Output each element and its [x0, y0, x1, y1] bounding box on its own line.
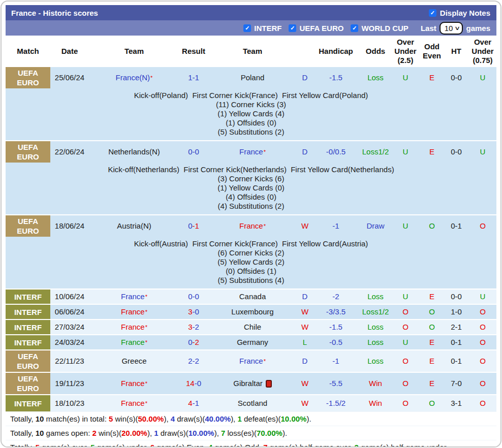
half-time-score: 7-0	[445, 373, 468, 394]
match-row: INTERF 10/06/24 France* 0-0 Canada D -2 …	[6, 290, 496, 304]
filter-interf[interactable]: ✓INTERF	[243, 24, 281, 33]
followed-team-star: *	[145, 381, 147, 386]
home-team: Netherlands(N)	[89, 141, 179, 163]
away-team: Luxembourg	[208, 305, 297, 319]
half-time-score: 0-1	[445, 215, 468, 237]
match-block: UEFA EURO 19/11/23 France* 14-0 Gibralta…	[6, 372, 496, 394]
match-result: 4-1	[179, 395, 208, 411]
checkbox-icon[interactable]: ✓	[289, 24, 296, 32]
odds-result: Loss	[359, 350, 392, 372]
away-team: France*	[208, 141, 297, 163]
odd-even: E	[419, 67, 445, 88]
match-row: INTERF 27/03/24 France* 3-2 Chile W -1.5…	[6, 320, 496, 334]
filter-checkboxes: ✓INTERF✓UEFA EURO✓WORLD CUP	[243, 24, 409, 33]
handicap-result: W	[297, 320, 312, 334]
over-under-25: U	[392, 290, 419, 304]
note-stat-line: (5) Substitutions (2)	[6, 127, 496, 137]
league-badge: UEFA EURO	[6, 350, 50, 372]
league-badge: INTERF	[6, 320, 50, 334]
league-badge: INTERF	[6, 290, 50, 304]
match-row: UEFA EURO 22/06/24 Netherlands(N) 0-0 Fr…	[6, 141, 496, 163]
match-row: UEFA EURO 25/06/24 France(N)* 1-1 Poland…	[6, 67, 496, 88]
title-bar: France - Historic scores ✓ Display Notes	[6, 5, 496, 20]
handicap-value: -1	[312, 215, 359, 237]
handicap-value: -2	[312, 290, 359, 304]
match-notes: Kick-off(Netherlands) First Corner Kick(…	[6, 163, 496, 214]
match-block: UEFA EURO 18/06/24 Austria(N) 0-1 France…	[6, 214, 496, 289]
match-row: INTERF 24/03/24 France* 0-2 Germany L -0…	[6, 335, 496, 349]
followed-team-star: *	[145, 340, 147, 345]
note-stat-line: (4) Substitutions (2)	[6, 202, 496, 211]
match-block: INTERF 24/03/24 France* 0-2 Germany L -0…	[6, 334, 496, 349]
header-over-under-25: Over Under (2.5)	[392, 36, 419, 67]
note-stat-line: (1) Yellow Cards (4)	[6, 109, 496, 118]
handicap-result: D	[297, 350, 312, 372]
last-games-group: Last 10 ∨ games	[421, 22, 490, 35]
last-games-select[interactable]: 10 ∨	[440, 22, 463, 35]
match-block: INTERF 10/06/24 France* 0-0 Canada D -2 …	[6, 289, 496, 304]
filter-world-cup[interactable]: ✓WORLD CUP	[351, 24, 409, 33]
match-date: 22/06/24	[50, 141, 89, 163]
match-block: INTERF 06/06/24 France* 3-0 Luxembourg W…	[6, 304, 496, 319]
away-team: Gibraltar	[208, 373, 297, 394]
header-result: Result	[179, 45, 208, 58]
league-badge: UEFA EURO	[6, 215, 50, 237]
note-stat-line: (11) Corner Kicks (3)	[6, 100, 496, 109]
match-result: 3-2	[179, 320, 208, 334]
filter-label: INTERF	[254, 24, 281, 33]
summary-section: Totally, 10 match(es) in total: 5 win(s)…	[6, 411, 496, 447]
home-team: France(N)*	[89, 67, 179, 88]
odd-even: O	[419, 305, 445, 319]
over-under-25: U	[392, 335, 419, 349]
page-title: France - Historic scores	[11, 9, 98, 17]
historic-scores-card: France - Historic scores ✓ Display Notes…	[1, 1, 501, 447]
handicap-value: -3/3.5	[312, 305, 359, 319]
checkbox-icon[interactable]: ✓	[243, 24, 251, 32]
followed-team-star: *	[145, 401, 147, 406]
handicap-value: -5.5	[312, 373, 359, 394]
half-time-score: 2-1	[445, 320, 468, 334]
last-label: Last	[421, 24, 436, 33]
league-badge: INTERF	[6, 395, 50, 411]
match-row: UEFA EURO 18/06/24 Austria(N) 0-1 France…	[6, 215, 496, 237]
odd-even: O	[419, 395, 445, 411]
odd-even: O	[419, 320, 445, 334]
away-team: France*	[208, 350, 297, 372]
match-result: 0-1	[179, 215, 208, 237]
over-under-075: O	[468, 350, 497, 372]
over-under-075: O	[468, 320, 497, 334]
followed-team-star: *	[264, 359, 266, 364]
home-team: France*	[89, 305, 179, 319]
header-odd-even: Odd Even	[419, 40, 445, 62]
odds-result: Loss	[359, 290, 392, 304]
match-block: UEFA EURO 22/06/24 Netherlands(N) 0-0 Fr…	[6, 140, 496, 214]
match-result: 2-2	[179, 350, 208, 372]
handicap-result: D	[297, 290, 312, 304]
over-under-075: O	[468, 335, 497, 349]
half-time-score: 0-1	[445, 350, 468, 372]
display-notes-checkbox[interactable]: ✓	[429, 9, 436, 17]
match-date: 18/06/24	[50, 215, 89, 237]
over-under-25: U	[392, 67, 419, 88]
match-date: 18/10/23	[50, 395, 89, 411]
half-time-score: 0-0	[445, 67, 468, 88]
half-time-score: 0-1	[445, 335, 468, 349]
over-under-25: O	[392, 320, 419, 334]
over-under-25: O	[392, 395, 419, 411]
header-date: Date	[50, 45, 89, 58]
display-notes-toggle[interactable]: ✓ Display Notes	[429, 9, 490, 17]
note-stat-line: (1) Offsides (0)	[6, 118, 496, 127]
odds-result: Draw	[359, 215, 392, 237]
home-team: France*	[89, 335, 179, 349]
match-rows: UEFA EURO 25/06/24 France(N)* 1-1 Poland…	[6, 67, 496, 411]
home-team: France*	[89, 395, 179, 411]
summary-line: Totally, 10 match(es) in total: 5 win(s)…	[6, 411, 496, 426]
note-stat-line: (3) Corner Kicks (6)	[6, 174, 496, 183]
red-card-icon	[266, 380, 272, 388]
filter-label: UEFA EURO	[299, 24, 343, 33]
checkbox-icon[interactable]: ✓	[351, 24, 358, 32]
odds-result: Win	[359, 373, 392, 394]
filter-uefa-euro[interactable]: ✓UEFA EURO	[289, 24, 343, 33]
header-home-team: Team	[89, 45, 179, 58]
header-odds: Odds	[359, 45, 392, 58]
